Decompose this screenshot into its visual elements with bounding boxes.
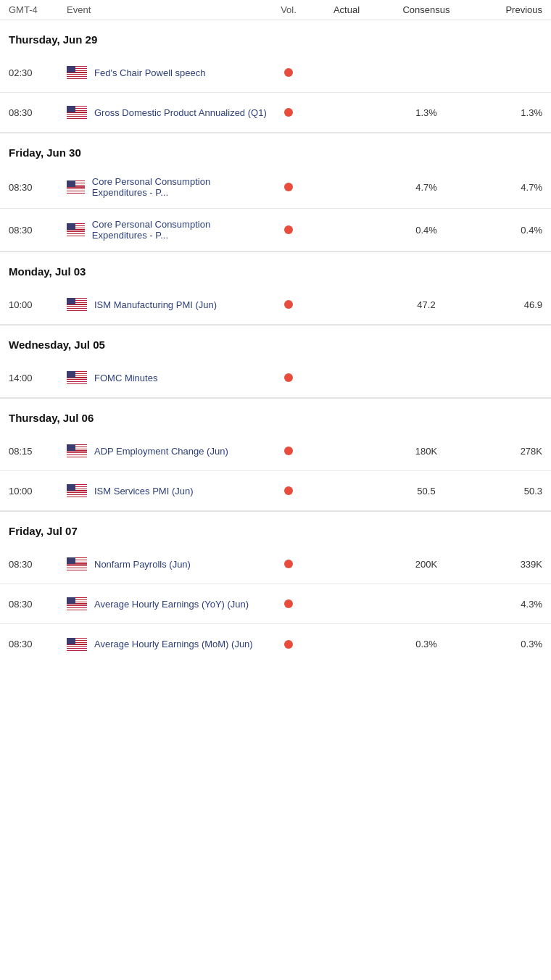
event-name: Average Hourly Earnings (YoY) (Jun) — [94, 599, 249, 610]
previous-value: 46.9 — [470, 299, 542, 310]
vol-indicator — [267, 300, 310, 309]
vol-dot — [284, 447, 293, 455]
event-info[interactable]: Core Personal Consumption Expenditures -… — [67, 219, 267, 241]
consensus-value: 0.3% — [383, 639, 470, 649]
date-section: Thursday, Jul 06 — [0, 398, 551, 431]
consensus-value: 50.5 — [383, 486, 470, 497]
vol-dot — [284, 373, 293, 382]
header-row: GMT-4 Event Vol. Actual Consensus Previo… — [0, 0, 551, 20]
vol-indicator — [267, 373, 310, 382]
event-row: 08:30Average Hourly Earnings (YoY) (Jun)… — [0, 584, 551, 624]
vol-dot — [284, 68, 293, 77]
us-flag-icon — [67, 557, 87, 570]
event-info[interactable]: ISM Services PMI (Jun) — [67, 484, 267, 497]
col-consensus-header: Consensus — [383, 4, 470, 15]
event-time: 14:00 — [9, 373, 67, 383]
us-flag-icon — [67, 106, 87, 119]
event-time: 08:30 — [9, 559, 67, 570]
col-actual-header: Actual — [310, 4, 383, 15]
event-row: 08:30Nonfarm Payrolls (Jun)200K339K — [0, 544, 551, 584]
event-time: 02:30 — [9, 67, 67, 78]
date-section: Friday, Jul 07 — [0, 511, 551, 544]
event-time: 08:30 — [9, 225, 67, 236]
previous-value: 50.3 — [470, 486, 542, 497]
event-row: 14:00FOMC Minutes — [0, 358, 551, 398]
event-time: 08:30 — [9, 107, 67, 118]
event-time: 10:00 — [9, 299, 67, 310]
previous-value: 0.4% — [470, 225, 542, 236]
event-time: 10:00 — [9, 486, 67, 497]
vol-dot — [284, 183, 293, 191]
vol-indicator — [267, 486, 310, 495]
event-info[interactable]: FOMC Minutes — [67, 371, 267, 384]
vol-dot — [284, 225, 293, 234]
event-info[interactable]: Core Personal Consumption Expenditures -… — [67, 176, 267, 198]
event-row: 08:30Core Personal Consumption Expenditu… — [0, 209, 551, 252]
event-info[interactable]: Fed's Chair Powell speech — [67, 66, 267, 79]
us-flag-icon — [67, 180, 85, 194]
previous-value: 0.3% — [470, 639, 542, 649]
event-name: FOMC Minutes — [94, 373, 157, 383]
event-info[interactable]: ISM Manufacturing PMI (Jun) — [67, 298, 267, 311]
event-name: Core Personal Consumption Expenditures -… — [92, 176, 267, 198]
consensus-value: 47.2 — [383, 299, 470, 310]
event-info[interactable]: Gross Domestic Product Annualized (Q1) — [67, 106, 267, 119]
col-previous-header: Previous — [470, 4, 542, 15]
vol-dot — [284, 108, 293, 117]
previous-value: 4.3% — [470, 599, 542, 610]
vol-indicator — [267, 640, 310, 649]
vol-dot — [284, 599, 293, 608]
event-name: ISM Services PMI (Jun) — [94, 486, 194, 497]
vol-dot — [284, 300, 293, 309]
date-section: Thursday, Jun 29 — [0, 20, 551, 53]
consensus-value: 4.7% — [383, 182, 470, 193]
event-row: 10:00ISM Manufacturing PMI (Jun)47.246.9 — [0, 285, 551, 325]
event-row: 08:30Average Hourly Earnings (MoM) (Jun)… — [0, 624, 551, 664]
event-name: Average Hourly Earnings (MoM) (Jun) — [94, 639, 253, 649]
us-flag-icon — [67, 66, 87, 79]
event-info[interactable]: Average Hourly Earnings (MoM) (Jun) — [67, 638, 267, 651]
consensus-value: 0.4% — [383, 225, 470, 236]
event-name: Gross Domestic Product Annualized (Q1) — [94, 107, 267, 118]
vol-indicator — [267, 599, 310, 608]
us-flag-icon — [67, 371, 87, 384]
event-row: 08:30Core Personal Consumption Expenditu… — [0, 166, 551, 209]
us-flag-icon — [67, 298, 87, 311]
us-flag-icon — [67, 597, 87, 610]
us-flag-icon — [67, 484, 87, 497]
calendar-body: Thursday, Jun 2902:30Fed's Chair Powell … — [0, 20, 551, 664]
event-row: 10:00ISM Services PMI (Jun)50.550.3 — [0, 471, 551, 511]
vol-indicator — [267, 68, 310, 77]
event-row: 08:30Gross Domestic Product Annualized (… — [0, 93, 551, 133]
event-name: Nonfarm Payrolls (Jun) — [94, 559, 191, 570]
event-info[interactable]: Nonfarm Payrolls (Jun) — [67, 557, 267, 570]
previous-value: 1.3% — [470, 107, 542, 118]
event-name: Core Personal Consumption Expenditures -… — [92, 219, 267, 241]
vol-indicator — [267, 108, 310, 117]
col-vol-header: Vol. — [267, 4, 310, 15]
event-time: 08:15 — [9, 446, 67, 457]
date-section: Wednesday, Jul 05 — [0, 325, 551, 358]
us-flag-icon — [67, 444, 87, 457]
event-name: Fed's Chair Powell speech — [94, 67, 206, 78]
us-flag-icon — [67, 223, 85, 236]
vol-indicator — [267, 225, 310, 234]
vol-dot — [284, 560, 293, 568]
col-event-header: Event — [67, 4, 267, 15]
event-name: ISM Manufacturing PMI (Jun) — [94, 299, 217, 310]
event-row: 02:30Fed's Chair Powell speech — [0, 53, 551, 93]
event-info[interactable]: Average Hourly Earnings (YoY) (Jun) — [67, 597, 267, 610]
event-name: ADP Employment Change (Jun) — [94, 446, 228, 457]
event-info[interactable]: ADP Employment Change (Jun) — [67, 444, 267, 457]
vol-dot — [284, 640, 293, 649]
vol-indicator — [267, 560, 310, 568]
previous-value: 339K — [470, 559, 542, 570]
consensus-value: 200K — [383, 559, 470, 570]
col-timezone: GMT-4 — [9, 4, 67, 15]
us-flag-icon — [67, 638, 87, 651]
event-time: 08:30 — [9, 639, 67, 649]
vol-indicator — [267, 447, 310, 455]
consensus-value: 1.3% — [383, 107, 470, 118]
event-time: 08:30 — [9, 182, 67, 193]
date-section: Friday, Jun 30 — [0, 133, 551, 166]
